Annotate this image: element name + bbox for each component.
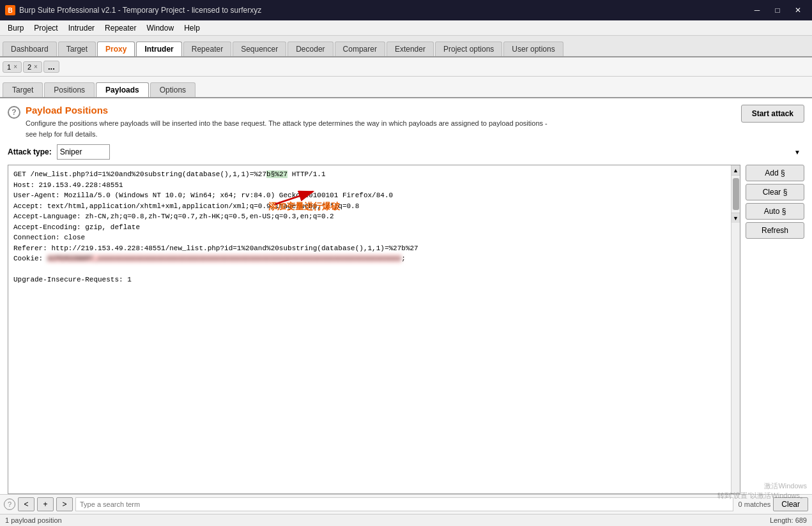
tab-comparer[interactable]: Comparer [335, 41, 385, 56]
main-tab-bar: Dashboard Target Proxy Intruder Repeater… [0, 36, 812, 57]
page-description-2: see help for full details. [26, 129, 736, 140]
menu-help[interactable]: Help [179, 22, 205, 34]
tab-payloads[interactable]: Payloads [96, 82, 149, 97]
scrollbar-track [732, 178, 740, 210]
tab-dashboard[interactable]: Dashboard [3, 41, 57, 56]
request-editor[interactable]: GET /new_list.php?id=1%20and%20substring… [8, 165, 731, 493]
request-editor-container: GET /new_list.php?id=1%20and%20substring… [8, 165, 740, 494]
payload-positions-count: 1 payload position [5, 516, 62, 524]
title-bar: B Burp Suite Professional v2.1 - Tempora… [0, 0, 812, 20]
tab-positions[interactable]: Positions [44, 82, 95, 97]
side-buttons: Add § Clear § Auto § Refresh [740, 165, 804, 494]
minimize-button[interactable]: ─ [748, 4, 766, 17]
instance-tab-2-label: 2 [27, 63, 31, 71]
start-attack-button[interactable]: Start attack [741, 105, 804, 123]
search-input[interactable] [75, 497, 733, 511]
request-line-5: Accept-Language: zh-CN,zh;q=0.8,zh-TW;q=… [13, 211, 726, 222]
instance-tab-2[interactable]: 2 × [23, 61, 42, 73]
window-title: Burp Suite Professional v2.1 - Temporary… [19, 6, 261, 15]
attack-type-label: Attack type: [8, 147, 52, 156]
title-bar-left: B Burp Suite Professional v2.1 - Tempora… [5, 5, 261, 15]
vertical-scrollbar[interactable]: ▲ ▼ [731, 165, 740, 493]
page-header-text: Payload Positions Configure the position… [26, 105, 736, 139]
prev-match-button[interactable]: < [18, 497, 34, 511]
cookie-blurred: ACPERSONNMT_xxxxxxxxxxxxxxxxxxxxxxxxxxxx… [47, 255, 402, 262]
matches-count: 0 matches [739, 500, 771, 508]
attack-type-select-wrapper: Sniper Battering ram Pitchfork Cluster b… [57, 144, 804, 160]
app-wrapper: B Burp Suite Professional v2.1 - Tempora… [0, 0, 812, 526]
tab-extender[interactable]: Extender [387, 41, 434, 56]
request-line-upgrade: Upgrade-Insecure-Requests: 1 [13, 274, 726, 285]
attack-type-select[interactable]: Sniper Battering ram Pitchfork Cluster b… [57, 144, 110, 160]
tab-decoder[interactable]: Decoder [287, 41, 333, 56]
tab-repeater[interactable]: Repeater [183, 41, 231, 56]
footer-bar: 1 payload position Length: 689 [0, 514, 812, 526]
menu-repeater[interactable]: Repeater [100, 22, 141, 34]
tab-sequencer[interactable]: Sequencer [233, 41, 286, 56]
request-line-2: Host: 219.153.49.228:48551 [13, 180, 726, 191]
add-section-button[interactable]: Add § [746, 165, 804, 181]
add-mark-button[interactable]: + [37, 497, 54, 511]
close-button[interactable]: ✕ [789, 4, 807, 17]
menu-window[interactable]: Window [141, 22, 179, 34]
help-icon[interactable]: ? [8, 106, 20, 119]
burp-logo: B [5, 5, 15, 15]
instance-tab-more[interactable]: ... [43, 61, 59, 73]
scrollbar-up-arrow[interactable]: ▲ [732, 165, 740, 176]
menu-burp[interactable]: Burp [3, 22, 29, 34]
attack-type-row: Attack type: Sniper Battering ram Pitchf… [8, 144, 804, 160]
scrollbar-thumb[interactable] [733, 178, 739, 210]
tab-intruder[interactable]: Intruder [136, 41, 181, 56]
instance-tab-1[interactable]: 1 × [3, 61, 22, 73]
request-line-cookie: Cookie: ACPERSONNMT_xxxxxxxxxxxxxxxxxxxx… [13, 253, 726, 264]
select-arrow-icon: ▼ [794, 149, 801, 156]
maximize-button[interactable]: □ [769, 4, 786, 17]
search-clear-button[interactable]: Clear [773, 497, 808, 511]
tab-target[interactable]: Target [58, 41, 96, 56]
tab-options-sub[interactable]: Options [150, 82, 195, 97]
next-match-button[interactable]: > [56, 497, 73, 511]
refresh-button[interactable]: Refresh [746, 222, 804, 239]
highlighted-payload: b§%27 [266, 170, 287, 178]
instance-tab-bar: 1 × 2 × ... [0, 57, 812, 77]
request-line-4: Accept: text/html,application/xhtml+xml,… [13, 201, 726, 212]
length-indicator: Length: 689 [770, 516, 807, 524]
menu-project[interactable]: Project [29, 22, 63, 34]
request-line-empty [13, 264, 726, 275]
instance-tab-more-label: ... [48, 62, 55, 71]
tab-target-sub[interactable]: Target [3, 82, 43, 97]
request-line-8: Referer: http://219.153.49.228:48551/new… [13, 243, 726, 254]
main-content: ? Payload Positions Configure the positi… [0, 98, 812, 514]
tab-proxy[interactable]: Proxy [97, 41, 135, 56]
page-title: Payload Positions [26, 105, 736, 116]
instance-tab-1-close[interactable]: × [13, 63, 17, 70]
bottom-search-bar: ? < + > 0 matches Clear [0, 494, 812, 514]
editor-area: GET /new_list.php?id=1%20and%20substring… [8, 165, 804, 494]
tab-project-options[interactable]: Project options [435, 41, 502, 56]
tab-user-options[interactable]: User options [503, 41, 563, 56]
instance-tab-2-close[interactable]: × [34, 63, 38, 70]
title-bar-controls: ─ □ ✕ [748, 4, 807, 17]
request-line-1: GET /new_list.php?id=1%20and%20substring… [13, 169, 726, 180]
auto-section-button[interactable]: Auto § [746, 203, 804, 220]
clear-section-button[interactable]: Clear § [746, 184, 804, 200]
instance-tab-1-label: 1 [7, 63, 11, 71]
request-line-3: User-Agent: Mozilla/5.0 (Windows NT 10.0… [13, 190, 726, 201]
menu-bar: Burp Project Intruder Repeater Window He… [0, 20, 812, 36]
sub-tab-bar: Target Positions Payloads Options [0, 77, 812, 98]
request-line-7: Connection: close [13, 232, 726, 243]
page-description: Configure the positions where payloads w… [26, 118, 736, 129]
request-line-6: Accept-Encoding: gzip, deflate [13, 222, 726, 233]
menu-intruder[interactable]: Intruder [63, 22, 100, 34]
search-help-icon[interactable]: ? [4, 499, 15, 510]
page-header: ? Payload Positions Configure the positi… [8, 105, 804, 139]
scrollbar-down-arrow[interactable]: ▼ [732, 213, 740, 223]
